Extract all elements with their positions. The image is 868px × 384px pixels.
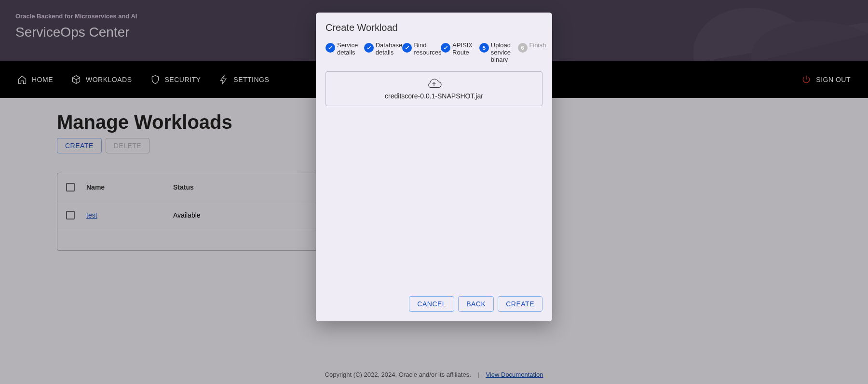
modal-title: Create Workload (326, 22, 542, 33)
step-indicator: 5 (479, 43, 489, 53)
step-indicator: 6 (518, 43, 528, 53)
check-icon (366, 45, 372, 51)
step-2: Database details (364, 42, 400, 56)
step-indicator (402, 43, 412, 53)
step-label: Finish (529, 42, 546, 49)
upload-dropzone[interactable]: creditscore-0.0.1-SNAPSHOT.jar (326, 71, 542, 106)
step-label: Upload service binary (491, 42, 515, 64)
cancel-button[interactable]: CANCEL (409, 296, 454, 312)
step-1: Service details (326, 42, 361, 56)
check-icon (404, 45, 410, 51)
step-indicator (326, 43, 335, 53)
step-3: Bind resources (402, 42, 438, 56)
upload-filename: creditscore-0.0.1-SNAPSHOT.jar (385, 92, 483, 100)
step-indicator (364, 43, 374, 53)
step-5: 5Upload service binary (479, 42, 515, 64)
step-6: 6Finish (518, 42, 543, 53)
step-4: APISIX Route (441, 42, 476, 56)
back-button[interactable]: BACK (458, 296, 494, 312)
create-submit-button[interactable]: CREATE (498, 296, 542, 312)
step-label: Bind resources (414, 42, 441, 56)
step-label: APISIX Route (452, 42, 476, 56)
step-indicator (441, 43, 450, 53)
stepper: Service detailsDatabase detailsBind reso… (326, 42, 542, 64)
cloud-upload-icon (425, 78, 443, 90)
check-icon (327, 45, 333, 51)
create-workload-modal: Create Workload Service detailsDatabase … (316, 13, 552, 321)
check-icon (443, 45, 448, 51)
step-label: Database details (376, 42, 403, 56)
step-label: Service details (337, 42, 361, 56)
